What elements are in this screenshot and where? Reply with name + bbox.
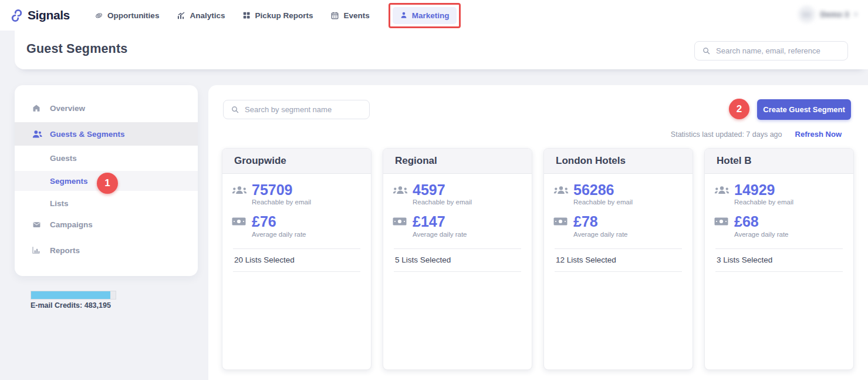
banknote-icon xyxy=(714,214,734,226)
lists-selected: 20 Lists Selected xyxy=(222,249,371,271)
segment-card-title: Groupwide xyxy=(222,149,371,174)
reachable-count: 14929 xyxy=(734,182,793,197)
nav-item-analytics[interactable]: Analytics xyxy=(177,11,225,20)
segment-card-hotel-b[interactable]: Hotel B 14929 Reachable by email xyxy=(704,148,854,370)
sidebar-item-lists[interactable]: Lists xyxy=(15,195,198,211)
segment-card-regional[interactable]: Regional 4597 Reachable by email xyxy=(383,148,532,370)
main-content: 2 Create Guest Segment Statistics last u… xyxy=(208,85,868,380)
avatar: D3 xyxy=(798,6,815,23)
sidebar-item-label: Guests & Segments xyxy=(50,130,125,139)
nav-item-opportunities[interactable]: Opportunities xyxy=(94,11,160,20)
segment-card-groupwide[interactable]: Groupwide 75709 Reachable by email xyxy=(222,148,371,370)
sidebar-item-guests-segments[interactable]: Guests & Segments xyxy=(15,122,198,146)
annotation-step-2: 2 xyxy=(729,99,749,119)
nav-items: Opportunities Analytics xyxy=(94,3,461,28)
rate-stat: £78 Average daily rate xyxy=(544,206,693,237)
daily-rate: £78 xyxy=(573,214,627,229)
email-credits-progress-fill xyxy=(31,291,110,299)
search-icon xyxy=(231,105,239,114)
nav-item-marketing[interactable]: Marketing xyxy=(393,7,457,24)
segment-search-input[interactable] xyxy=(245,105,362,114)
search-icon xyxy=(702,46,711,55)
reachable-stat: 4597 Reachable by email xyxy=(383,174,532,206)
reachable-count: 4597 xyxy=(413,182,472,197)
page-header: Guest Segments xyxy=(15,31,868,69)
sidebar-item-campaigns[interactable]: Campaigns xyxy=(15,216,198,233)
segment-card-title: London Hotels xyxy=(544,149,693,174)
chevron-down-icon: ▾ xyxy=(854,11,857,18)
nav-label: Analytics xyxy=(190,11,225,20)
rate-stat: £68 Average daily rate xyxy=(705,206,853,237)
rate-stat: £76 Average daily rate xyxy=(222,206,371,237)
global-search[interactable] xyxy=(694,41,848,60)
lists-selected: 12 Lists Selected xyxy=(544,249,693,271)
nav-item-events[interactable]: Events xyxy=(330,11,369,20)
create-guest-segment-button[interactable]: Create Guest Segment xyxy=(757,99,851,120)
user-menu[interactable]: D3 Demo 3 ▾ xyxy=(798,6,857,23)
reachable-stat: 56286 Reachable by email xyxy=(544,174,693,206)
sidebar-item-label: Segments xyxy=(50,177,88,186)
global-search-input[interactable] xyxy=(716,46,840,55)
people-group-icon xyxy=(232,182,252,196)
divider xyxy=(555,271,682,272)
sidebar-item-guests[interactable]: Guests xyxy=(15,150,198,166)
analytics-icon xyxy=(177,11,185,20)
reachable-caption: Reachable by email xyxy=(573,199,633,206)
annotation-step-1: 1 xyxy=(97,173,118,194)
nav-label: Events xyxy=(343,11,369,20)
sidebar-item-label: Overview xyxy=(50,104,85,113)
signals-logo[interactable]: Signals xyxy=(9,8,70,23)
divider xyxy=(394,271,521,272)
rate-caption: Average daily rate xyxy=(252,231,306,238)
page-title: Guest Segments xyxy=(26,42,127,56)
sidebar-item-label: Reports xyxy=(50,246,80,255)
brand-name: Signals xyxy=(28,8,70,22)
segment-search[interactable] xyxy=(223,100,370,119)
reachable-count: 56286 xyxy=(573,182,633,197)
stats-row: Statistics last updated: 7 days ago Refr… xyxy=(671,130,842,139)
reachable-stat: 75709 Reachable by email xyxy=(222,174,371,206)
reachable-caption: Reachable by email xyxy=(734,199,793,206)
marketing-icon xyxy=(400,11,408,19)
reachable-caption: Reachable by email xyxy=(413,199,472,206)
sidebar-item-label: Lists xyxy=(50,199,69,208)
nav-label: Opportunities xyxy=(107,11,160,20)
segment-card-title: Hotel B xyxy=(705,149,853,174)
nav-label: Marketing xyxy=(412,11,450,20)
lists-selected: 5 Lists Selected xyxy=(383,249,532,271)
segment-card-london-hotels[interactable]: London Hotels 56286 Reachable by email xyxy=(543,148,693,370)
people-group-icon xyxy=(714,182,734,196)
lists-selected: 3 Lists Selected xyxy=(705,249,853,271)
divider xyxy=(715,271,843,272)
people-group-icon xyxy=(553,182,573,196)
banknote-icon xyxy=(553,214,573,226)
users-icon xyxy=(32,129,43,139)
sidebar-item-reports[interactable]: Reports xyxy=(15,241,198,259)
refresh-now-link[interactable]: Refresh Now xyxy=(795,130,842,139)
signals-logo-icon xyxy=(9,8,24,23)
nav-item-pickup-reports[interactable]: Pickup Reports xyxy=(242,11,313,20)
events-icon xyxy=(330,11,339,20)
daily-rate: £76 xyxy=(252,214,306,229)
divider xyxy=(233,271,360,272)
rate-stat: £147 Average daily rate xyxy=(383,206,532,237)
email-credits-label: E-mail Credits: 483,195 xyxy=(31,301,111,310)
home-icon xyxy=(32,103,41,113)
sidebar-item-overview[interactable]: Overview xyxy=(15,100,198,116)
banknote-icon xyxy=(232,214,252,226)
segment-cards: Groupwide 75709 Reachable by email xyxy=(222,148,854,370)
sidebar-item-label: Campaigns xyxy=(50,220,93,229)
user-name: Demo 3 xyxy=(820,10,849,19)
bar-chart-icon xyxy=(32,246,41,255)
daily-rate: £147 xyxy=(413,214,467,229)
opportunities-icon xyxy=(94,11,103,20)
reachable-count: 75709 xyxy=(252,182,311,197)
stats-last-updated: Statistics last updated: 7 days ago xyxy=(671,130,782,139)
people-group-icon xyxy=(393,182,413,196)
rate-caption: Average daily rate xyxy=(413,231,467,238)
annotation-step-box-marketing: Marketing xyxy=(389,3,461,28)
pickup-reports-icon xyxy=(242,11,251,19)
segment-card-title: Regional xyxy=(383,149,532,174)
nav-label: Pickup Reports xyxy=(255,11,313,20)
rate-caption: Average daily rate xyxy=(573,231,627,238)
